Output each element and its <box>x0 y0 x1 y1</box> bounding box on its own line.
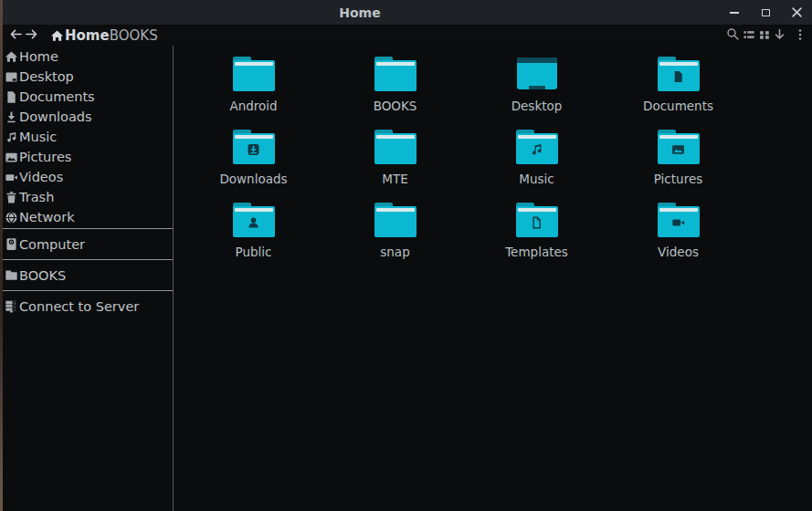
folder-icon <box>658 130 700 164</box>
menu-button[interactable] <box>792 26 807 45</box>
folder-icon <box>658 57 700 91</box>
folder-icon <box>516 203 558 237</box>
folder-icon <box>374 203 417 237</box>
sidebar-section: Connect to Server <box>3 292 173 320</box>
minimize-button[interactable] <box>719 0 750 25</box>
download-emblem-icon <box>246 141 261 157</box>
sidebar-separator <box>3 259 173 260</box>
file-label: Templates <box>505 245 568 259</box>
maximize-button[interactable] <box>750 0 781 25</box>
sidebar-item-music[interactable]: Music <box>3 127 173 147</box>
home-icon <box>4 49 19 64</box>
file-item-videos[interactable]: Videos <box>607 196 749 269</box>
file-item-mte[interactable]: MTE <box>324 123 466 196</box>
sidebar-separator <box>3 290 173 291</box>
sidebar-item-network[interactable]: Network <box>3 207 173 227</box>
file-label: Videos <box>658 245 699 259</box>
file-label: Android <box>229 99 277 113</box>
back-button[interactable] <box>8 26 24 45</box>
file-item-downloads[interactable]: Downloads <box>183 123 324 196</box>
sidebar-item-connect-to-server[interactable]: Connect to Server <box>3 292 173 320</box>
grid-view-button[interactable] <box>756 26 772 45</box>
sidebar-section: Computer <box>3 230 173 258</box>
search-button[interactable] <box>725 26 741 45</box>
sidebar-item-pictures[interactable]: Pictures <box>3 147 173 167</box>
close-button[interactable] <box>781 0 812 25</box>
sidebar-item-label: Downloads <box>19 110 92 124</box>
sidebar-item-home[interactable]: Home <box>3 47 173 67</box>
file-item-templates[interactable]: Templates <box>466 196 607 269</box>
sidebar: HomeDesktopDocumentsDownloadsMusicPictur… <box>3 46 174 511</box>
desktop-icon <box>516 57 558 91</box>
minimize-icon <box>730 12 739 14</box>
server-icon <box>4 299 19 314</box>
sidebar-item-downloads[interactable]: Downloads <box>3 107 173 127</box>
folder-icon <box>374 130 417 164</box>
breadcrumb: Home BOOKS <box>50 26 158 45</box>
titlebar[interactable]: Home <box>3 0 812 26</box>
breadcrumb-books-label: BOOKS <box>110 27 158 44</box>
sidebar-item-label: Documents <box>19 89 95 104</box>
home-icon <box>50 29 64 43</box>
forward-button[interactable] <box>24 26 39 45</box>
file-manager-window: Home <box>0 0 812 511</box>
file-label: Pictures <box>654 172 702 186</box>
breadcrumb-home-label: Home <box>65 27 110 44</box>
folder-icon <box>4 268 19 283</box>
folder-icon <box>374 57 417 91</box>
file-item-music[interactable]: Music <box>466 123 607 196</box>
desktop-icon <box>4 69 19 84</box>
sidebar-item-documents[interactable]: Documents <box>3 87 173 107</box>
sidebar-item-label: Pictures <box>19 150 71 164</box>
file-label: Public <box>236 245 272 259</box>
file-item-android[interactable]: Android <box>183 50 324 123</box>
file-item-books[interactable]: BOOKS <box>324 50 466 123</box>
file-item-pictures[interactable]: Pictures <box>607 123 749 196</box>
sidebar-item-trash[interactable]: Trash <box>3 187 173 207</box>
computer-icon <box>4 237 19 252</box>
sidebar-item-videos[interactable]: Videos <box>3 167 173 187</box>
sidebar-item-desktop[interactable]: Desktop <box>3 67 173 87</box>
file-label: BOOKS <box>374 99 417 113</box>
main-area: HomeDesktopDocumentsDownloadsMusicPictur… <box>3 46 812 511</box>
file-item-public[interactable]: Public <box>183 196 324 269</box>
sidebar-item-computer[interactable]: Computer <box>3 230 173 258</box>
file-label: Music <box>519 172 554 186</box>
file-grid: AndroidBOOKSDesktopDocumentsDownloadsMTE… <box>174 46 812 269</box>
sidebar-separator <box>3 228 173 229</box>
picture-icon <box>4 150 19 164</box>
sort-descending-button[interactable] <box>772 26 787 45</box>
breadcrumb-home[interactable]: Home <box>50 26 110 45</box>
sidebar-item-label: Computer <box>19 237 85 252</box>
file-item-documents[interactable]: Documents <box>607 50 749 123</box>
window-controls <box>719 0 812 25</box>
sidebar-item-label: Music <box>19 130 57 144</box>
folder-icon <box>233 130 275 164</box>
breadcrumb-books[interactable]: BOOKS <box>110 26 158 45</box>
kebab-menu-icon <box>794 27 807 45</box>
forward-icon <box>25 27 38 45</box>
list-view-button[interactable] <box>741 26 756 45</box>
grid-view-icon <box>758 27 771 45</box>
folder-icon <box>516 130 558 164</box>
person-emblem-icon <box>246 214 261 230</box>
file-label: Desktop <box>511 99 563 113</box>
music-emblem-icon <box>529 141 544 157</box>
video-emblem-icon <box>670 214 686 230</box>
folder-icon <box>233 57 275 91</box>
trash-icon <box>4 190 19 204</box>
file-item-desktop[interactable]: Desktop <box>466 50 607 123</box>
network-icon <box>4 210 19 224</box>
toolbar-actions <box>725 26 807 45</box>
picture-emblem-icon <box>670 141 686 157</box>
close-icon <box>792 4 802 21</box>
document-emblem-icon <box>670 68 686 84</box>
content-pane: AndroidBOOKSDesktopDocumentsDownloadsMTE… <box>174 46 812 511</box>
search-icon <box>726 27 740 45</box>
download-icon <box>4 110 19 124</box>
file-label: Documents <box>643 99 713 113</box>
sidebar-item-books[interactable]: BOOKS <box>3 261 173 289</box>
file-item-snap[interactable]: snap <box>324 196 466 269</box>
music-icon <box>4 130 19 144</box>
sidebar-item-label: Connect to Server <box>19 299 139 314</box>
